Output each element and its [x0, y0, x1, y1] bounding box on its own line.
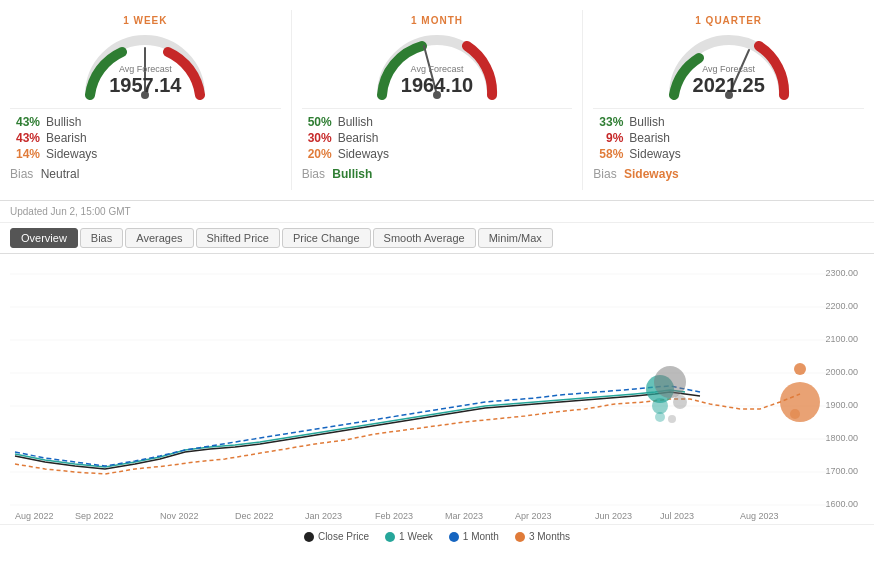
period-label-week: 1 WEEK [123, 15, 167, 26]
gauge-quarter: Avg Forecast 2021.25 [664, 30, 794, 100]
avg-forecast-sub-month: Avg Forecast [401, 64, 473, 74]
svg-text:1800.00: 1800.00 [825, 433, 858, 443]
sideways-pct-month: 20% [302, 147, 332, 161]
avg-forecast-sub-quarter: Avg Forecast [693, 64, 765, 74]
updated-bar: Updated Jun 2, 15:00 GMT [0, 201, 874, 223]
bias-row-month: Bias Bullish [302, 167, 573, 181]
legend-bar: Close Price 1 Week 1 Month 3 Months [0, 524, 874, 548]
svg-point-38 [668, 415, 676, 423]
sideways-pct-quarter: 58% [593, 147, 623, 161]
stats-week: 43% Bullish 43% Bearish 14% Sideways Bia… [10, 108, 281, 185]
bearish-label-quarter: Bearish [629, 131, 670, 145]
forecast-panel-week: 1 WEEK Avg Forecast 1957.14 43% Bulli [0, 10, 292, 190]
svg-text:Feb 2023: Feb 2023 [375, 511, 413, 521]
period-label-quarter: 1 QUARTER [695, 15, 762, 26]
bias-label-month: Bias [302, 167, 325, 181]
avg-forecast-value-week: 1957.14 [109, 74, 181, 96]
avg-forecast-sub-week: Avg Forecast [109, 64, 181, 74]
updated-text: Updated Jun 2, 15:00 GMT [10, 206, 131, 217]
svg-text:1700.00: 1700.00 [825, 466, 858, 476]
bullish-pct-quarter: 33% [593, 115, 623, 129]
forecast-panel-month: 1 MONTH Avg Forecast 1964.10 50% Bullish… [292, 10, 584, 190]
gauge-label-month: Avg Forecast 1964.10 [401, 64, 473, 96]
tab-shifted-price[interactable]: Shifted Price [196, 228, 280, 248]
bearish-pct-month: 30% [302, 131, 332, 145]
svg-point-37 [673, 395, 687, 409]
svg-text:1900.00: 1900.00 [825, 400, 858, 410]
gauge-month: Avg Forecast 1964.10 [372, 30, 502, 100]
sideways-row-week: 14% Sideways [10, 147, 281, 161]
bullish-row-month: 50% Bullish [302, 115, 573, 129]
bearish-pct-week: 43% [10, 131, 40, 145]
bearish-label-week: Bearish [46, 131, 87, 145]
avg-forecast-value-quarter: 2021.25 [693, 74, 765, 96]
svg-point-41 [790, 409, 800, 419]
legend-label-1month: 1 Month [463, 531, 499, 542]
svg-text:Jan 2023: Jan 2023 [305, 511, 342, 521]
bullish-pct-month: 50% [302, 115, 332, 129]
legend-dot-1month [449, 532, 459, 542]
bullish-row-week: 43% Bullish [10, 115, 281, 129]
bias-value-month: Bullish [332, 167, 372, 181]
legend-dot-1week [385, 532, 395, 542]
bias-row-week: Bias Neutral [10, 167, 281, 181]
sideways-row-quarter: 58% Sideways [593, 147, 864, 161]
bearish-row-week: 43% Bearish [10, 131, 281, 145]
tab-smooth-average[interactable]: Smooth Average [373, 228, 476, 248]
svg-text:Mar 2023: Mar 2023 [445, 511, 483, 521]
forecast-section: 1 WEEK Avg Forecast 1957.14 43% Bulli [0, 0, 874, 201]
svg-text:Sep 2022: Sep 2022 [75, 511, 114, 521]
svg-text:2100.00: 2100.00 [825, 334, 858, 344]
svg-text:1600.00: 1600.00 [825, 499, 858, 509]
gauge-week: Avg Forecast 1957.14 [80, 30, 210, 100]
gauge-label-quarter: Avg Forecast 2021.25 [693, 64, 765, 96]
bullish-row-quarter: 33% Bullish [593, 115, 864, 129]
svg-point-40 [780, 382, 820, 422]
sideways-row-month: 20% Sideways [302, 147, 573, 161]
sideways-label-week: Sideways [46, 147, 97, 161]
svg-text:Jul 2023: Jul 2023 [660, 511, 694, 521]
bias-label-week: Bias [10, 167, 33, 181]
svg-text:Jun 2023: Jun 2023 [595, 511, 632, 521]
svg-point-39 [794, 363, 806, 375]
chart-area: 2300.00 2200.00 2100.00 2000.00 1900.00 … [0, 254, 874, 524]
tab-bias[interactable]: Bias [80, 228, 123, 248]
bearish-pct-quarter: 9% [593, 131, 623, 145]
svg-text:Dec 2022: Dec 2022 [235, 511, 274, 521]
tab-minim-max[interactable]: Minim/Max [478, 228, 553, 248]
svg-text:2000.00: 2000.00 [825, 367, 858, 377]
svg-text:Apr 2023: Apr 2023 [515, 511, 552, 521]
sideways-pct-week: 14% [10, 147, 40, 161]
svg-text:2200.00: 2200.00 [825, 301, 858, 311]
forecast-panel-quarter: 1 QUARTER Avg Forecast 2021.25 33% Bulli… [583, 10, 874, 190]
bullish-pct-week: 43% [10, 115, 40, 129]
tab-price-change[interactable]: Price Change [282, 228, 371, 248]
legend-close-price: Close Price [304, 531, 369, 542]
gauge-label-week: Avg Forecast 1957.14 [109, 64, 181, 96]
legend-1week: 1 Week [385, 531, 433, 542]
tab-overview[interactable]: Overview [10, 228, 78, 248]
legend-1month: 1 Month [449, 531, 499, 542]
tabs-bar: Overview Bias Averages Shifted Price Pri… [0, 223, 874, 254]
svg-text:2300.00: 2300.00 [825, 268, 858, 278]
bias-value-week: Neutral [41, 167, 80, 181]
svg-text:Aug 2022: Aug 2022 [15, 511, 54, 521]
bearish-row-month: 30% Bearish [302, 131, 573, 145]
bullish-label-quarter: Bullish [629, 115, 664, 129]
period-label-month: 1 MONTH [411, 15, 463, 26]
legend-dot-close [304, 532, 314, 542]
stats-month: 50% Bullish 30% Bearish 20% Sideways Bia… [302, 108, 573, 185]
avg-forecast-value-month: 1964.10 [401, 74, 473, 96]
bullish-label-week: Bullish [46, 115, 81, 129]
bearish-row-quarter: 9% Bearish [593, 131, 864, 145]
svg-point-35 [655, 412, 665, 422]
legend-dot-3months [515, 532, 525, 542]
bullish-label-month: Bullish [338, 115, 373, 129]
legend-label-close: Close Price [318, 531, 369, 542]
stats-quarter: 33% Bullish 9% Bearish 58% Sideways Bias… [593, 108, 864, 185]
tab-averages[interactable]: Averages [125, 228, 193, 248]
svg-text:Aug 2023: Aug 2023 [740, 511, 779, 521]
legend-label-3months: 3 Months [529, 531, 570, 542]
bias-row-quarter: Bias Sideways [593, 167, 864, 181]
sideways-label-month: Sideways [338, 147, 389, 161]
